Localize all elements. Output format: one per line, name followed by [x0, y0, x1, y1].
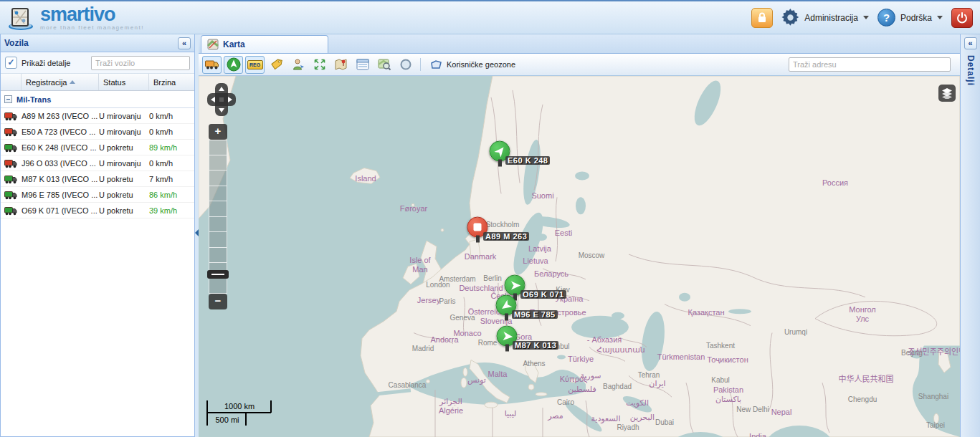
labels-button[interactable] [267, 56, 286, 74]
vehicle-speed: 39 km/h [149, 206, 194, 215]
vehicle-search-input[interactable] [91, 56, 190, 70]
vehicle-row[interactable]: O69 K 071 (IVECO ... U pokretu 39 km/h [1, 203, 194, 218]
administration-menu[interactable]: Administracija [781, 9, 869, 27]
zoom-level-cell[interactable] [209, 279, 227, 294]
show-registration-labels-button[interactable]: REG [245, 56, 265, 74]
administration-label: Administracija [804, 13, 858, 23]
zoom-level-cell[interactable] [209, 217, 227, 233]
lock-icon [757, 12, 767, 23]
sort-ascending-icon [70, 80, 75, 84]
vehicle-truck-icon [1, 143, 22, 153]
layers-icon [941, 87, 953, 99]
lock-button[interactable] [751, 8, 773, 28]
user-geozones-label: Korisničke geozone [447, 60, 515, 69]
zoom-in-button[interactable]: + [209, 124, 227, 140]
gear-icon [781, 9, 799, 27]
vehicle-row[interactable]: A89 M 263 (IVECO ... U mirovanju 0 km/h [1, 108, 194, 124]
vehicle-truck-icon [1, 206, 22, 216]
map-panel: Karta REG [199, 34, 960, 437]
zoom-level-cell[interactable] [209, 232, 227, 248]
vehicle-group-label: Mil-Trans [16, 95, 51, 104]
vehicle-group-row[interactable]: Mil-Trans [1, 91, 194, 108]
toolbar-separator [420, 58, 421, 71]
address-search-input[interactable] [789, 57, 951, 72]
column-header-speed[interactable]: Brzina [149, 74, 194, 90]
vehicle-status: U mirovanju [99, 159, 149, 168]
tab-strip: Karta [199, 34, 960, 54]
zoom-level-cell[interactable] [209, 140, 227, 155]
map-search-button[interactable] [374, 56, 394, 74]
map-canvas[interactable]: IslandFøroyarSuomiРоссияStockholmEestiLa… [199, 76, 960, 437]
zoom-out-button[interactable]: − [209, 294, 227, 309]
basemap [199, 76, 960, 437]
show-details-checkbox[interactable]: ✓ [5, 57, 17, 69]
poi-button[interactable] [331, 56, 351, 74]
vehicle-row[interactable]: M96 E 785 (IVECO ... U pokretu 86 km/h [1, 187, 194, 203]
grid-view-button[interactable] [353, 56, 372, 74]
collapse-group-icon[interactable] [4, 95, 12, 103]
map-pan-control[interactable] [207, 83, 236, 116]
vehicle-registration: M87 K 013 (IVECO ... [22, 175, 99, 183]
column-header-icon[interactable] [1, 74, 22, 90]
logout-button[interactable] [951, 8, 973, 28]
follow-vehicles-button[interactable] [224, 56, 243, 74]
vehicle-registration: A89 M 263 (IVECO ... [22, 112, 99, 120]
column-header-status[interactable]: Status [99, 74, 149, 90]
zoom-level-cell[interactable] [209, 186, 227, 202]
details-panel-title: Detalji [966, 55, 976, 86]
logo-map-icon [7, 6, 34, 31]
vehicle-marker-label: M87 K 013 [513, 341, 558, 350]
vehicle-status: U mirovanju [99, 128, 149, 136]
zoom-level-cell[interactable] [209, 201, 227, 217]
show-details-label: Prikaži detalje [22, 59, 70, 67]
vehicle-speed: 0 km/h [149, 159, 194, 168]
circle-icon [399, 58, 412, 71]
vehicle-truck-icon [1, 190, 22, 200]
vehicle-marker-label: O69 K 071 [520, 290, 566, 299]
zoom-level-cell[interactable] [209, 155, 227, 171]
stop-icon [474, 224, 482, 231]
vehicle-truck-icon [1, 127, 22, 137]
vehicle-row[interactable]: M87 K 013 (IVECO ... U pokretu 7 km/h [1, 171, 194, 187]
vehicle-speed: 0 km/h [149, 128, 194, 136]
show-vehicles-button[interactable] [202, 56, 222, 74]
tab-karta-label: Karta [223, 39, 245, 49]
geozone-circle-button[interactable] [396, 56, 415, 74]
map-pin-icon [335, 58, 348, 71]
zoom-handle[interactable] [207, 270, 229, 279]
collapse-panel-button[interactable]: « [178, 37, 191, 49]
power-icon [956, 12, 968, 24]
vehicle-status: U pokretu [99, 191, 149, 199]
vehicle-marker-label: M96 E 785 [512, 310, 558, 319]
vehicle-row[interactable]: E60 K 248 (IVECO ... U pokretu 89 km/h [1, 140, 194, 155]
fit-view-button[interactable] [310, 56, 329, 74]
user-icon [292, 58, 305, 71]
vehicle-row[interactable]: E50 A 723 (IVECO ... U mirovanju 0 km/h [1, 124, 194, 140]
vehicle-marker-label: E60 K 248 [505, 156, 550, 165]
support-menu[interactable]: ? Podrška [877, 9, 943, 27]
tab-karta[interactable]: Karta [201, 35, 328, 53]
truck-icon [205, 59, 219, 69]
vehicle-truck-icon [1, 111, 22, 121]
zoom-level-cell[interactable] [209, 248, 227, 264]
vehicle-truck-icon [1, 158, 22, 168]
column-header-registration[interactable]: Registracija [22, 74, 99, 90]
app-name: smartivo [40, 5, 144, 24]
chevron-down-icon [937, 16, 943, 19]
vehicle-list: A89 M 263 (IVECO ... U mirovanju 0 km/h … [1, 108, 194, 436]
geozone-polygon-icon [430, 59, 442, 70]
expand-details-button[interactable]: « [964, 37, 977, 49]
tag-icon [270, 58, 283, 71]
vehicle-status: U mirovanju [99, 112, 149, 120]
user-geozones-button[interactable]: Korisničke geozone [426, 56, 520, 74]
zoom-level-cell[interactable] [209, 171, 227, 186]
vehicle-speed: 7 km/h [149, 175, 194, 183]
vehicles-panel: Vozila « ✓ Prikaži detalje Registracija … [0, 34, 195, 437]
layer-switcher-button[interactable] [938, 85, 956, 102]
vehicle-registration: M96 E 785 (IVECO ... [22, 191, 99, 199]
support-label: Podrška [900, 13, 932, 23]
map-zoom-slider[interactable]: + − [209, 124, 227, 309]
logo: smartivo more than fleet management! [7, 5, 144, 31]
drivers-button[interactable] [288, 56, 308, 74]
vehicle-row[interactable]: J96 O 033 (IVECO ... U mirovanju 0 km/h [1, 155, 194, 171]
